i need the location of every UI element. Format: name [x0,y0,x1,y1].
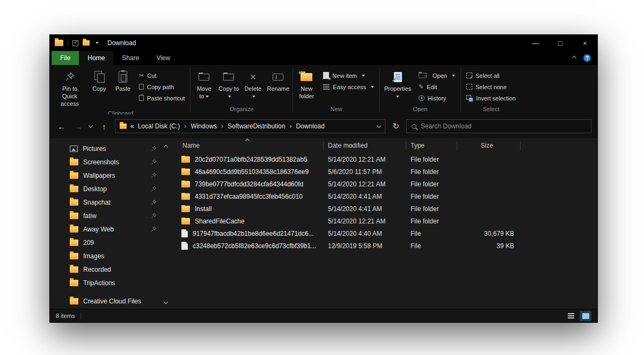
sidebar-item-tripactions[interactable]: TripActions [50,276,176,289]
breadcrumb-separator[interactable]: › [221,122,224,130]
select-none-button[interactable]: Select none [465,82,517,91]
minimize-button[interactable]: — [523,35,548,51]
breadcrumb-separator[interactable]: › [184,122,187,130]
qat-properties-icon[interactable]: ✓ [72,40,78,46]
open-button[interactable]: Open [418,71,456,80]
copy-path-button[interactable]: Copy path [138,82,186,91]
search-box[interactable] [406,119,591,133]
folder-icon [181,206,190,212]
group-label-organize: Organize [192,105,291,114]
history-button[interactable]: History [418,93,456,103]
file-size: 30,679 KB [457,230,521,237]
tab-file[interactable]: File [52,51,79,65]
cut-icon: ✂ [139,72,144,79]
file-type: File [406,230,457,237]
easy-access-button[interactable]: Easy access [322,82,375,91]
copy-label: Copy [92,85,106,93]
collapse-ribbon-icon[interactable] [572,56,576,60]
address-dropdown-chevron-icon[interactable] [377,123,381,127]
cut-button[interactable]: ✂ Cut [138,71,186,80]
search-input[interactable] [421,122,586,130]
folder-icon [70,213,78,219]
invert-selection-button[interactable]: Invert selection [465,93,517,103]
file-type: File folder [406,180,457,188]
new-item-button[interactable]: New item [322,71,375,80]
file-row[interactable]: 46a4690c5dd9b551034358c186376ee9 5/6/202… [176,165,597,178]
recent-locations-chevron-icon[interactable] [89,124,93,128]
tab-share[interactable]: Share [113,51,148,65]
refresh-icon[interactable]: ↻ [390,121,401,131]
file-row[interactable]: 20c2d07071a0bfb2428539dd51382ab5 5/14/20… [176,153,597,165]
window-controls: — □ × [523,35,597,51]
new-folder-button[interactable]: New folder [294,68,319,102]
paste-shortcut-button[interactable]: Paste shortcut [138,93,186,103]
details-view-button[interactable] [565,311,577,321]
maximize-button[interactable]: □ [548,35,573,51]
folder-icon [70,159,78,165]
move-to-button[interactable]: Move to [192,68,216,102]
sidebar-item-screenshots[interactable]: Screenshots [50,155,176,169]
sidebar-item-creative-cloud-files[interactable]: Creative Cloud Files [50,294,176,308]
breadcrumb-windows[interactable]: Windows [191,122,217,130]
copy-button[interactable]: Copy [87,68,111,95]
sidebar-item-209[interactable]: 209 [50,236,176,249]
sidebar-item-label: Pictures [83,145,106,153]
file-row[interactable]: Install 5/14/2020 4:41 AM File folder [176,202,597,215]
column-header-type[interactable]: Type [406,141,457,150]
breadcrumb-separator[interactable]: › [289,122,292,130]
paste-button[interactable]: Paste [111,68,135,95]
select-all-button[interactable]: ✓ Select all [465,71,517,80]
breadcrumb-download[interactable]: Download [296,122,324,130]
file-date: 5/14/2020 12:21 AM [324,218,406,225]
up-button[interactable]: ↑ [98,122,110,131]
column-header-date-modified[interactable]: Date modified [324,141,406,150]
open-icon [419,73,427,78]
sidebar-item-snapchat[interactable]: Snapchat [50,195,176,209]
column-header-name[interactable]: Name [176,141,324,150]
qat-separator [68,39,68,47]
new-folder-icon [301,73,312,81]
delete-button[interactable]: × Delete [241,68,265,102]
rename-button[interactable]: Rename [265,68,291,95]
pin-to-quick-access-button[interactable]: Pin to Quick access [52,68,87,109]
thumbnail-view-button[interactable] [580,311,591,321]
sidebar-item-wallpapers[interactable]: Wallpapers [50,169,176,182]
sidebar-item-pictures[interactable]: Pictures [50,142,176,155]
pin-icon [151,199,157,207]
back-button[interactable]: ← [56,122,68,131]
copy-to-button[interactable]: Copy to [216,68,241,102]
content-area: Pictures Screenshots Wallpapers Desktop [50,138,597,309]
statusbar-separator [80,313,81,320]
column-header-size[interactable]: Size [457,141,521,150]
sidebar-item-away-web[interactable]: Away Web [50,222,176,236]
copy-to-icon [223,74,234,81]
file-row[interactable]: 739be0777bdfcdd3284cfa64344d60fd 5/14/20… [176,178,597,190]
file-row[interactable]: 917947fbacdb42b1be8d6ee6d21471dc6... 5/1… [176,227,597,240]
file-row[interactable]: SharedFileCache 5/14/2020 12:21 AM File … [176,215,597,227]
cut-label: Cut [147,73,156,79]
properties-button[interactable]: Properties [381,68,414,99]
tab-view[interactable]: View [148,51,179,65]
qat-new-folder-icon[interactable] [83,40,90,46]
sidebar-item-recorded[interactable]: Recorded [50,263,176,276]
sidebar-item-desktop[interactable]: Desktop [50,182,176,195]
close-button[interactable]: × [573,35,597,51]
address-bar[interactable]: « Local Disk (C:) › Windows › SoftwareDi… [115,119,385,133]
file-row[interactable]: c3248eb572cb5f82e63ce9c6d73cfbf39b1... 1… [176,240,597,252]
file-row[interactable]: 4331d737efcaa98945fcc3feb456c010 5/14/20… [176,190,597,202]
qat-customize-chevron-icon[interactable] [96,42,99,44]
tab-home[interactable]: Home [79,51,113,65]
ribbon-group-clipboard: Pin to Quick access Copy Paste ✂ Cut [52,66,189,114]
breadcrumb-local-disk[interactable]: Local Disk (C:) [138,122,180,130]
file-icon [181,229,188,237]
sidebar-item-label: Wallpapers [83,172,115,179]
breadcrumb-softwaredistribution[interactable]: SoftwareDistribution [228,122,285,130]
edit-button[interactable]: ✎ Edit [418,82,456,91]
sidebar-item-fatiw[interactable]: fatiw [50,209,176,222]
sidebar-item-images[interactable]: Images [50,249,176,263]
forward-button[interactable]: → [72,122,84,131]
explorer-window: ✓ Download — □ × File Home Share View ? [50,35,597,322]
help-icon[interactable]: ? [583,54,591,62]
breadcrumb-overflow[interactable]: « [130,122,134,130]
file-name: Install [195,205,211,213]
